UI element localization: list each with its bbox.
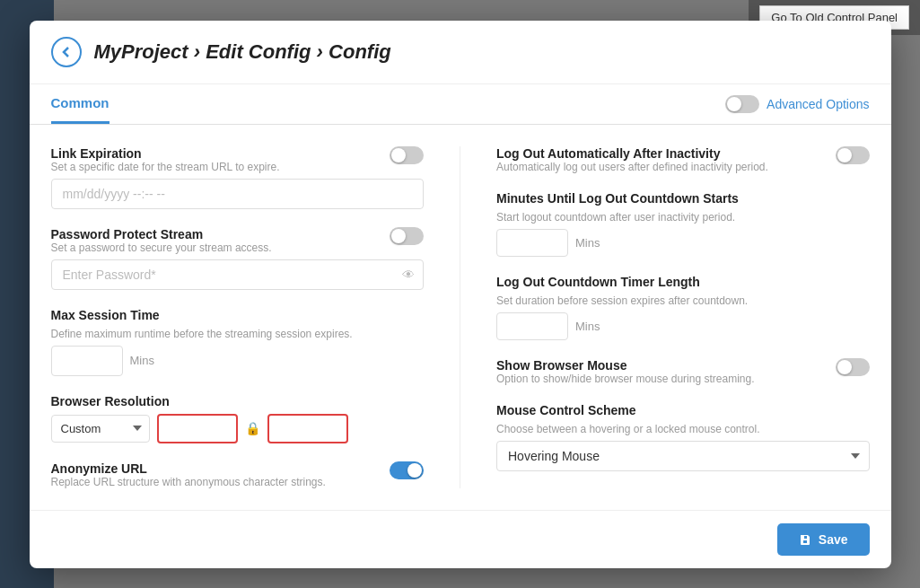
browser-resolution-row: Custom 1920 🔒 1080 [51,414,425,443]
link-expiration-toggle[interactable] [390,146,424,164]
show-browser-mouse-section: Show Browser Mouse Option to show/hide b… [496,358,870,385]
logout-inactivity-title: Log Out Automatically After Inactivity [496,146,768,161]
logout-countdown-section: Minutes Until Log Out Countdown Starts S… [496,191,870,257]
countdown-timer-title: Log Out Countdown Timer Length [496,275,870,289]
link-expiration-section: Link Expiration Set a specific date for … [51,146,425,209]
password-protect-header: Password Protect Stream Set a password t… [51,227,425,254]
resolution-width-input[interactable]: 1920 [157,414,238,443]
logout-inactivity-toggle[interactable] [836,146,870,164]
mouse-control-select[interactable]: Hovering Mouse Locked Mouse [496,441,870,471]
password-protect-desc: Set a password to secure your stream acc… [51,241,272,254]
countdown-timer-suffix: Mins [575,320,600,333]
logout-countdown-title: Minutes Until Log Out Countdown Starts [496,191,870,206]
logout-countdown-suffix: Mins [575,236,600,250]
modal-header: MyProject › Edit Config › Config [30,21,891,84]
browser-resolution-select[interactable]: Custom [51,415,150,443]
mouse-control-title: Mouse Control Scheme [496,403,870,417]
logout-countdown-input[interactable]: 5 [496,229,568,257]
browser-resolution-title: Browser Resolution [51,394,425,408]
max-session-title: Max Session Time [51,308,425,322]
right-column: Log Out Automatically After Inactivity A… [496,146,870,488]
max-session-desc: Define maximum runtime before the stream… [51,328,425,340]
logout-inactivity-section: Log Out Automatically After Inactivity A… [496,146,870,173]
password-input[interactable] [51,259,425,290]
lock-icon: 🔒 [245,421,260,435]
show-browser-mouse-desc: Option to show/hide browser mouse during… [496,373,754,385]
max-session-input[interactable]: 15 [51,346,123,376]
logout-countdown-desc: Start logout countdown after user inacti… [496,211,870,224]
anonymize-url-section: Anonymize URL Replace URL structure with… [51,461,425,488]
link-expiration-desc: Set a specific date for the stream URL t… [51,161,280,173]
advanced-options-label: Advanced Options [767,97,869,111]
anonymize-url-header: Anonymize URL Replace URL structure with… [51,461,425,488]
link-expiration-header: Link Expiration Set a specific date for … [51,146,425,173]
tabs-bar: Common Advanced Options [30,84,891,125]
modal-footer: Save [30,510,891,568]
link-expiration-input[interactable] [51,179,425,209]
save-label: Save [819,532,848,547]
mouse-control-section: Mouse Control Scheme Choose between a ho… [496,403,870,471]
password-input-wrapper: 👁 [51,259,425,290]
password-protect-section: Password Protect Stream Set a password t… [51,227,425,290]
anonymize-url-toggle[interactable] [390,461,424,479]
save-button[interactable]: Save [777,523,870,556]
column-divider [460,146,460,488]
max-session-suffix: Mins [130,354,154,367]
logout-inactivity-desc: Automatically log out users after define… [496,161,768,173]
max-session-input-row: 15 Mins [51,346,425,376]
resolution-height-input[interactable]: 1080 [267,414,348,443]
advanced-options-toggle[interactable]: Advanced Options [725,95,869,113]
countdown-timer-desc: Set duration before session expires afte… [496,294,870,307]
tab-common[interactable]: Common [51,84,110,124]
countdown-timer-input[interactable]: 1 [496,312,568,340]
breadcrumb: MyProject › Edit Config › Config [94,40,391,64]
logout-countdown-input-row: 5 Mins [496,229,870,257]
countdown-timer-input-row: 1 Mins [496,312,870,340]
advanced-options-switch[interactable] [725,95,759,113]
countdown-timer-section: Log Out Countdown Timer Length Set durat… [496,275,870,340]
show-browser-mouse-toggle[interactable] [836,358,870,376]
password-protect-title: Password Protect Stream [51,227,272,241]
anonymize-url-title: Anonymize URL [51,461,326,476]
show-password-icon[interactable]: 👁 [402,268,415,282]
modal-content: Link Expiration Set a specific date for … [30,125,891,510]
password-protect-toggle[interactable] [390,227,424,245]
anonymize-url-desc: Replace URL structure with anonymous cha… [51,476,326,488]
mouse-control-desc: Choose between a hovering or a locked mo… [496,423,870,435]
back-button[interactable] [51,37,82,67]
logout-inactivity-header: Log Out Automatically After Inactivity A… [496,146,870,173]
left-column: Link Expiration Set a specific date for … [51,146,425,488]
show-browser-mouse-header: Show Browser Mouse Option to show/hide b… [496,358,870,385]
show-browser-mouse-title: Show Browser Mouse [496,358,754,373]
modal: MyProject › Edit Config › Config Common … [30,21,891,568]
browser-resolution-section: Browser Resolution Custom 1920 🔒 1080 [51,394,425,443]
max-session-section: Max Session Time Define maximum runtime … [51,308,425,376]
link-expiration-title: Link Expiration [51,146,280,161]
